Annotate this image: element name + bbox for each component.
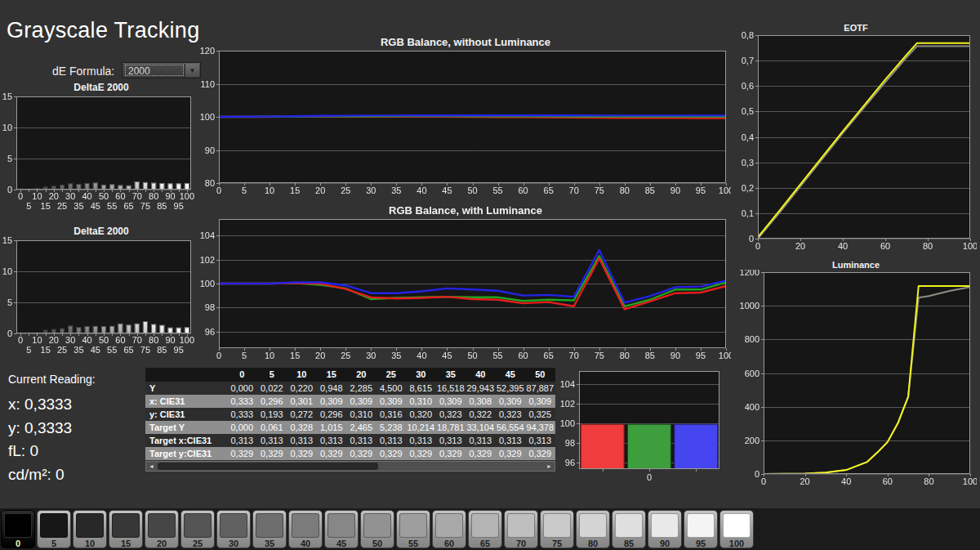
stimulus-swatch-90[interactable]: 90 <box>648 510 682 548</box>
table-cell: 0,329 <box>496 447 526 460</box>
table-cell: 0,313 <box>436 434 466 447</box>
stimulus-swatch-45[interactable]: 45 <box>324 510 359 548</box>
stimulus-swatch-60[interactable]: 60 <box>432 510 466 548</box>
table-cell: 0,329 <box>376 447 407 460</box>
table-cell: 0,329 <box>436 447 466 460</box>
table-row-label: Target y:CIE31 <box>145 447 227 460</box>
table-cell: 0,333 <box>227 408 257 421</box>
table-cell: 0,308 <box>466 395 496 408</box>
gray-patch <box>579 513 607 538</box>
stimulus-swatch-35[interactable]: 35 <box>252 510 287 548</box>
table-cell: 0,309 <box>436 395 466 408</box>
deltae-bottom-chart <box>2 235 203 355</box>
gray-patch <box>363 513 391 538</box>
table-cell: 0,296 <box>257 395 287 408</box>
table-cell: 0,022 <box>257 382 287 395</box>
table-cell: 87,887 <box>525 382 555 395</box>
table-cell: 0,313 <box>227 434 257 447</box>
stimulus-swatch-80[interactable]: 80 <box>576 510 610 548</box>
table-scrollbar[interactable]: ◄► <box>145 461 555 472</box>
current-reading: Current Reading: x: 0,3333 y: 0,3333 fL:… <box>8 373 96 486</box>
stimulus-swatch-30[interactable]: 30 <box>216 510 251 548</box>
table-row: y: CIE310,3330,1930,2720,2960,3100,3160,… <box>145 408 555 421</box>
stimulus-swatch-25[interactable]: 25 <box>180 510 215 548</box>
table-cell: 0,313 <box>466 434 496 447</box>
gray-patch <box>148 513 176 538</box>
stimulus-swatch-40[interactable]: 40 <box>288 510 323 548</box>
swatch-label: 95 <box>684 539 717 548</box>
gray-patch <box>687 513 715 538</box>
table-cell: 0,310 <box>406 395 436 408</box>
table-cell: 56,554 <box>496 421 526 434</box>
table-cell: 0,329 <box>346 447 376 460</box>
stimulus-swatch-100[interactable]: 100 <box>719 510 754 548</box>
table-column-header: 35 <box>436 368 466 382</box>
table-cell: 0,323 <box>436 408 466 421</box>
table-cell: 0,296 <box>317 408 347 421</box>
gray-patch <box>112 513 140 538</box>
swatch-label: 70 <box>505 539 537 548</box>
scrollbar-thumb[interactable] <box>158 463 378 470</box>
table-cell: 94,378 <box>525 421 555 434</box>
table-corner-cell <box>145 368 227 382</box>
table-cell: 0,313 <box>496 434 526 447</box>
stimulus-swatch-70[interactable]: 70 <box>504 510 538 548</box>
table-cell: 0,948 <box>317 382 347 395</box>
swatch-label: 10 <box>74 539 106 548</box>
rgb-levels-bar-chart <box>558 364 729 485</box>
table-cell: 1,015 <box>317 421 347 434</box>
de-formula-dropdown[interactable]: 2000 ▼ <box>122 62 201 78</box>
luminance-chart-title: Luminance <box>735 260 977 270</box>
swatch-label: 90 <box>648 539 681 548</box>
current-reading-y: y: 0,3333 <box>8 417 96 440</box>
table-cell: 0,313 <box>287 434 317 447</box>
table-cell: 52,395 <box>496 382 526 395</box>
scroll-left-icon[interactable]: ◄ <box>146 462 157 471</box>
gray-patch <box>256 513 283 538</box>
gray-patch <box>220 513 247 538</box>
swatch-label: 40 <box>289 539 322 548</box>
table-row-label: x: CIE31 <box>145 395 227 408</box>
measurement-table: 05101520253035404550Y0,0000,0220,2200,94… <box>145 368 555 472</box>
table-cell: 0,320 <box>406 408 436 421</box>
table-cell: 0,310 <box>346 408 376 421</box>
stimulus-swatch-15[interactable]: 15 <box>109 510 143 548</box>
table-cell: 0,313 <box>317 434 347 447</box>
stimulus-swatch-95[interactable]: 95 <box>684 510 718 548</box>
gray-patch <box>435 513 463 538</box>
stimulus-swatch-10[interactable]: 10 <box>73 510 107 548</box>
swatch-label: 65 <box>469 539 501 548</box>
stimulus-swatch-0[interactable]: 0 <box>1 510 35 548</box>
table-cell: 0,313 <box>525 434 555 447</box>
stimulus-swatch-85[interactable]: 85 <box>612 510 646 548</box>
gray-patch <box>615 513 643 538</box>
current-reading-cdm2: cd/m²: 0 <box>8 463 96 487</box>
stimulus-swatch-65[interactable]: 65 <box>468 510 502 548</box>
grayscale-tracking-window: Grayscale Tracking dE Formula: 2000 ▼ De… <box>0 0 980 550</box>
stimulus-swatch-20[interactable]: 20 <box>145 510 179 548</box>
table-row: Target Y0,0000,0610,3281,0152,4655,23810… <box>145 421 555 434</box>
table-cell: 8,615 <box>406 382 436 395</box>
table-cell: 0,329 <box>525 447 555 460</box>
stimulus-swatch-5[interactable]: 5 <box>37 510 71 548</box>
stimulus-swatch-55[interactable]: 55 <box>396 510 430 548</box>
table-cell: 0,329 <box>466 447 496 460</box>
chevron-down-icon[interactable]: ▼ <box>185 64 199 77</box>
scroll-right-icon[interactable]: ► <box>544 462 555 471</box>
table-cell: 0,000 <box>227 382 257 395</box>
table-cell: 0,328 <box>287 421 317 434</box>
deltae-top-chart <box>2 92 203 211</box>
current-reading-heading: Current Reading: <box>8 373 96 386</box>
table-cell: 0,272 <box>287 408 317 421</box>
table-column-header: 25 <box>376 368 407 382</box>
table-cell: 0,309 <box>317 395 347 408</box>
table-row: Y0,0000,0220,2200,9482,2854,5008,61516,5… <box>145 382 555 395</box>
de-formula-value: 2000 <box>125 65 184 76</box>
gray-patch <box>399 513 427 538</box>
swatch-label: 20 <box>145 539 178 548</box>
stimulus-swatch-75[interactable]: 75 <box>540 510 574 548</box>
stimulus-swatch-50[interactable]: 50 <box>360 510 394 548</box>
table-cell: 0,309 <box>376 395 407 408</box>
gray-patch <box>543 513 571 538</box>
table-cell: 0,329 <box>227 447 257 460</box>
